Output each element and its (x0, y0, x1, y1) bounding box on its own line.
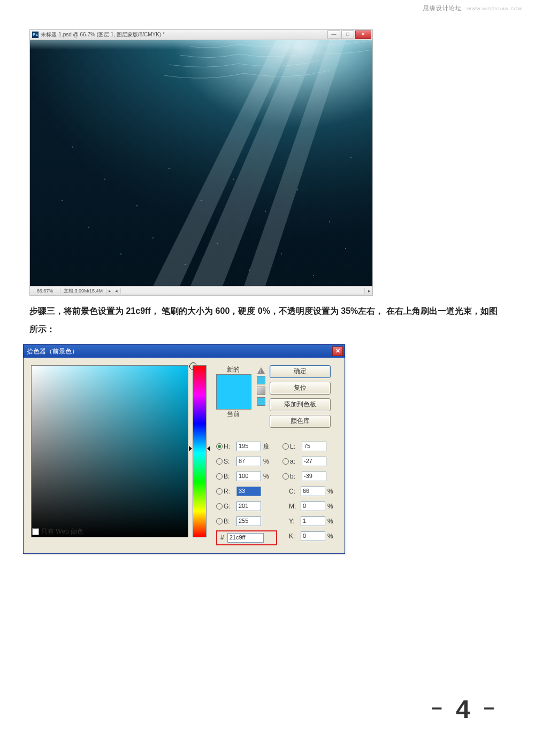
svg-point-25 (350, 157, 351, 158)
watermark: 思缘设计论坛 WWW.MISSYUAN.COM (423, 4, 522, 12)
close-icon[interactable]: ✕ (332, 346, 343, 356)
label-r: R: (224, 488, 236, 495)
page-num-value: 4 (456, 695, 473, 723)
unit-pct-k: % (325, 533, 337, 540)
input-lab-b[interactable]: -39 (302, 472, 326, 481)
hue-slider-right-icon (207, 446, 210, 451)
current-color (217, 392, 251, 409)
ps-title-text: 未标题-1.psd @ 66.7% (图层 1, 图层蒙版/8/CMYK) * (41, 31, 165, 38)
page-number: – 4 – (432, 695, 498, 724)
unit-pct-m: % (325, 503, 337, 510)
step-text: 步骤三，将前景色设置为 21c9ff， 笔刷的大小为 600，硬度 0%，不透明… (29, 302, 506, 338)
unit-pct-b: % (261, 473, 273, 480)
dialog-body: 新的 当前 确定 复位 添加到色板 颜色库 (24, 358, 345, 553)
radio-s[interactable] (216, 458, 223, 465)
svg-point-16 (120, 253, 121, 254)
hue-strip[interactable] (193, 365, 207, 537)
svg-point-14 (329, 221, 330, 222)
hscrollbar[interactable] (120, 288, 365, 294)
svg-point-18 (185, 264, 186, 265)
color-swatch (216, 374, 251, 410)
ok-button[interactable]: 确定 (270, 365, 331, 378)
input-k[interactable]: 0 (301, 531, 325, 541)
unit-pct-y: % (325, 518, 337, 525)
unit-pct-s: % (261, 458, 273, 465)
gamut-warning-icon[interactable] (257, 367, 265, 374)
gamut-swatch[interactable] (257, 376, 265, 384)
svg-point-24 (62, 200, 63, 201)
svg-point-20 (249, 269, 250, 271)
canvas-underwater-image (30, 40, 372, 286)
input-r[interactable]: 33 (236, 487, 261, 496)
svg-point-6 (72, 146, 73, 148)
label-a: a: (290, 458, 302, 465)
input-c[interactable]: 66 (301, 487, 325, 496)
input-y[interactable]: 1 (301, 516, 325, 526)
ps-titlebar: Ps 未标题-1.psd @ 66.7% (图层 1, 图层蒙版/8/CMYK)… (30, 30, 372, 40)
label-bv: B: (224, 473, 236, 480)
current-color-label: 当前 (216, 410, 250, 419)
radio-lab-b[interactable] (282, 473, 289, 480)
radio-b[interactable] (216, 473, 223, 480)
input-s[interactable]: 87 (236, 457, 261, 466)
hue-slider-left-icon (189, 446, 192, 451)
input-bv[interactable]: 100 (236, 472, 261, 481)
minimize-button[interactable]: — (327, 30, 340, 39)
ps-document-window: Ps 未标题-1.psd @ 66.7% (图层 1, 图层蒙版/8/CMYK)… (29, 29, 373, 296)
label-h: H: (224, 443, 236, 450)
radio-bc[interactable] (216, 518, 223, 524)
input-m[interactable]: 0 (301, 502, 325, 511)
svg-point-11 (233, 179, 234, 180)
input-hex[interactable]: 21c9ff (227, 533, 264, 543)
svg-point-8 (136, 205, 137, 206)
input-h[interactable]: 195 (236, 442, 261, 451)
label-hash: # (220, 534, 224, 542)
unit-deg: 度 (261, 442, 273, 451)
input-a[interactable]: -27 (302, 457, 326, 466)
svg-point-9 (169, 168, 170, 169)
web-only-checkbox-row: 只有 Web 颜色 (32, 527, 83, 536)
label-l: L: (290, 443, 302, 450)
websafe-cube-icon[interactable] (257, 387, 265, 395)
color-picker-dialog: 拾色器（前景色） ✕ 新的 当前 (23, 344, 345, 554)
svg-point-12 (265, 211, 266, 212)
label-c: C: (289, 488, 301, 495)
label-m: M: (289, 503, 301, 510)
scroll-left-icon[interactable]: ▸ (106, 288, 113, 294)
input-l[interactable]: 75 (302, 442, 326, 451)
websafe-swatch[interactable] (257, 397, 265, 406)
label-y: Y: (289, 518, 301, 525)
ps-app-icon: Ps (32, 32, 39, 38)
reset-button[interactable]: 复位 (270, 382, 331, 395)
svg-point-15 (88, 227, 89, 228)
ps-status-bar: 66.67% 文档:3.09M/15.4M ▸ ◂ ▸ (30, 286, 372, 295)
watermark-text: 思缘设计论坛 (423, 5, 462, 11)
saturation-brightness-field[interactable] (31, 365, 188, 537)
svg-point-17 (152, 237, 154, 238)
dialog-titlebar[interactable]: 拾色器（前景色） ✕ (24, 345, 345, 358)
radio-g[interactable] (216, 503, 223, 510)
dialog-title-text: 拾色器（前景色） (27, 347, 78, 356)
new-color (217, 375, 251, 392)
label-s: S: (224, 458, 236, 465)
svg-point-23 (345, 248, 346, 249)
close-button[interactable]: ✕ (355, 30, 371, 39)
svg-point-19 (217, 243, 218, 244)
zoom-level[interactable]: 66.67% (30, 288, 60, 294)
scroll-left-arrow-icon[interactable]: ◂ (113, 288, 119, 294)
radio-h[interactable] (216, 443, 223, 450)
radio-l[interactable] (282, 443, 289, 450)
color-library-button[interactable]: 颜色库 (270, 415, 331, 428)
scroll-right-arrow-icon[interactable]: ▸ (366, 288, 372, 294)
input-bc[interactable]: 255 (236, 516, 261, 526)
add-swatch-button[interactable]: 添加到色板 (270, 398, 331, 411)
svg-point-22 (313, 275, 314, 276)
label-k: K: (289, 533, 301, 540)
maximize-button[interactable]: □ (341, 30, 354, 39)
radio-a[interactable] (282, 458, 289, 465)
web-only-checkbox[interactable] (32, 528, 39, 535)
web-only-label: 只有 Web 颜色 (41, 527, 83, 536)
input-g[interactable]: 201 (236, 502, 261, 511)
unit-pct-c: % (325, 488, 337, 495)
radio-r[interactable] (216, 488, 223, 495)
